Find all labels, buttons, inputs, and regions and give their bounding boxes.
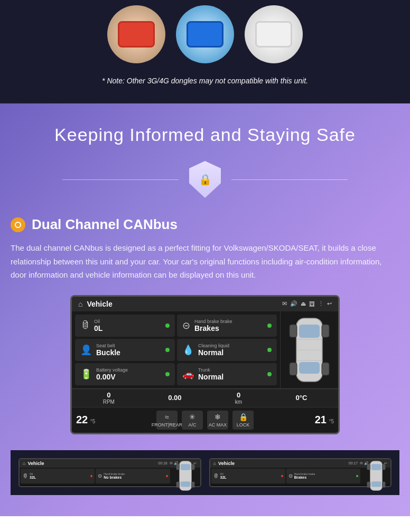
trunk-cell: 🚗 Trunk Normal	[177, 363, 277, 385]
thumb-left-oil-dot	[90, 475, 92, 477]
stat-km-label: km	[235, 399, 242, 405]
thumb-left-brake-icon: ⊝	[98, 473, 102, 479]
svg-rect-24	[381, 482, 385, 488]
trunk-content: Trunk Normal	[198, 367, 263, 381]
stat-speed: 0.00	[168, 394, 181, 402]
envelope-icon: ✉	[282, 300, 287, 307]
thumb-left-brake-dot	[166, 475, 168, 477]
thumb-right-oil-info: Oil 32L	[220, 472, 279, 479]
thumb-right-car-svg	[366, 459, 387, 493]
image-icon: 🖼	[309, 301, 315, 307]
dongle-white	[245, 5, 303, 63]
thumb-left: ⌂ Vehicle 00:18 ✉ 🔊 ⏏ 🖼 ⋮ ↩ 🛢 Oil 32L	[18, 458, 201, 487]
back-icon: ↩	[327, 300, 332, 307]
vehicle-info-grid: 🛢 Oil 0L ⊝ Hand brake brake Brakes	[72, 311, 280, 388]
battery-icon: 🔋	[80, 368, 92, 380]
oil-cell: 🛢 Oil 0L	[75, 315, 175, 337]
thumb-left-oil-value: 32L	[30, 476, 89, 479]
cleaning-content: Cleaning liquid Normal	[198, 343, 263, 357]
thumb-right-title: Vehicle	[218, 461, 235, 466]
handbrake-status-dot	[267, 324, 272, 328]
ac-button[interactable]: ❄ AC MAX	[207, 411, 228, 430]
front-rear-button[interactable]: ≈ FRONT|REAR	[156, 411, 178, 430]
oil-value: 0L	[94, 324, 161, 332]
svg-rect-1	[299, 325, 320, 338]
thumb-left-body: 🛢 Oil 32L ⊝ Hand brake brake No brakes	[20, 468, 200, 484]
stat-km-value: 0	[235, 391, 242, 399]
thumb-left-brake-info: Hand brake brake No brakes	[104, 472, 164, 479]
thumb-right-brake-dot	[356, 475, 358, 477]
thumb-left-cell-2: ⊝ Hand brake brake No brakes	[96, 469, 170, 483]
canbus-icon-inner	[15, 222, 21, 228]
lock-button[interactable]: 🔒 LOCK	[232, 411, 254, 430]
trunk-label: Trunk	[198, 367, 263, 373]
temp-left-sub: °5	[90, 419, 96, 424]
climate-bar: 22 °5 ≈ FRONT|REAR ✳ A/C ❄ AC MAX 🔒	[72, 407, 338, 433]
handbrake-cell: ⊝ Hand brake brake Brakes	[177, 315, 277, 337]
cleaning-label: Cleaning liquid	[198, 343, 263, 348]
screen-header: ⌂ Vehicle ✉ 🔊 ⏏ 🖼 ⋮ ↩	[72, 297, 338, 311]
divider-left	[62, 179, 179, 180]
stat-speed-value: 0.00	[168, 394, 181, 402]
ac-label: AC MAX	[209, 422, 227, 428]
stat-km: 0 km	[235, 391, 242, 405]
front-rear-label: FRONT|REAR	[152, 422, 182, 428]
thumb-right-oil-icon: 🛢	[213, 473, 219, 479]
compatibility-note: * Note: Other 3G/4G dongles may not comp…	[0, 74, 410, 88]
svg-rect-13	[181, 481, 190, 487]
temp-right-sub: °5	[329, 419, 334, 424]
climate-controls: ≈ FRONT|REAR ✳ A/C ❄ AC MAX 🔒 LOCK	[156, 411, 254, 430]
handbrake-label: Hand brake brake	[194, 319, 263, 324]
eject-icon: ⏏	[301, 300, 306, 307]
trunk-status-dot	[267, 372, 272, 376]
handbrake-value: Brakes	[194, 324, 263, 332]
svg-rect-6	[322, 325, 329, 337]
stat-rpm-value: 0	[103, 391, 115, 399]
car-top-view-svg	[287, 313, 332, 387]
front-rear-icon: ≈	[165, 413, 169, 421]
temp-left-value: 22	[76, 414, 88, 425]
seatbelt-status-dot	[165, 348, 170, 352]
stat-rpm: 0 RPM	[103, 391, 115, 405]
thumb-right-time: 00:17	[349, 461, 358, 466]
svg-rect-17	[191, 482, 195, 488]
canbus-heading: Dual Channel CANbus	[11, 216, 399, 233]
seatbelt-value: Buckle	[96, 348, 161, 357]
stat-temp-value: 0°C	[295, 394, 307, 402]
stat-rpm-label: RPM	[103, 399, 115, 405]
bottom-thumbnails: ⌂ Vehicle 00:18 ✉ 🔊 ⏏ 🖼 ⋮ ↩ 🛢 Oil 32L	[11, 450, 399, 495]
thumb-left-car	[171, 468, 200, 484]
thumb-left-car-svg	[175, 459, 196, 493]
dongle-red-device	[118, 21, 155, 48]
svg-rect-19	[371, 464, 380, 470]
thumb-left-title: Vehicle	[27, 461, 44, 466]
temp-right-display: 21 °5	[315, 414, 334, 426]
thumb-right-header: ⌂ Vehicle 00:17 ✉ 🔊 ⏏ 🖼 ⋮ ↩	[210, 459, 391, 468]
oil-label: Oil	[94, 319, 161, 324]
canbus-icon	[11, 217, 25, 232]
section-title: Keeping Informed and Staying Safe	[11, 125, 399, 145]
canbus-title: Dual Channel CANbus	[32, 216, 178, 233]
battery-status-dot	[165, 372, 170, 376]
thumb-right: ⌂ Vehicle 00:17 ✉ 🔊 ⏏ 🖼 ⋮ ↩ 🛢 Oil 32L	[209, 458, 392, 487]
svg-rect-8	[322, 363, 329, 375]
thumb-right-grid: 🛢 Oil 32L ⊝ Hand brake brake Brakes	[210, 468, 362, 484]
dongle-blue	[176, 5, 234, 63]
screen-header-right: ✉ 🔊 ⏏ 🖼 ⋮ ↩	[282, 300, 332, 307]
svg-rect-12	[181, 464, 190, 470]
seatbelt-label: Seat belt	[96, 343, 161, 348]
divider: 🔒	[11, 161, 399, 198]
ac-fan-button[interactable]: ✳ A/C	[182, 411, 203, 430]
handbrake-icon: ⊝	[182, 320, 190, 331]
middle-section: Keeping Informed and Staying Safe 🔒 Dual…	[0, 103, 410, 516]
lock-label: LOCK	[237, 422, 250, 428]
trunk-icon: 🚗	[182, 368, 194, 380]
thumb-right-brake-icon: ⊝	[288, 473, 293, 479]
dongle-blue-device	[187, 21, 223, 48]
screen-stats-bar: 0 RPM 0.00 0 km 0°C	[72, 388, 338, 407]
oil-status-dot	[165, 324, 170, 328]
dongle-white-device	[255, 21, 292, 48]
screen-header-left: ⌂ Vehicle	[78, 300, 113, 308]
thumb-left-header: ⌂ Vehicle 00:18 ✉ 🔊 ⏏ 🖼 ⋮ ↩	[20, 459, 200, 468]
temp-right-value: 21	[315, 414, 327, 425]
